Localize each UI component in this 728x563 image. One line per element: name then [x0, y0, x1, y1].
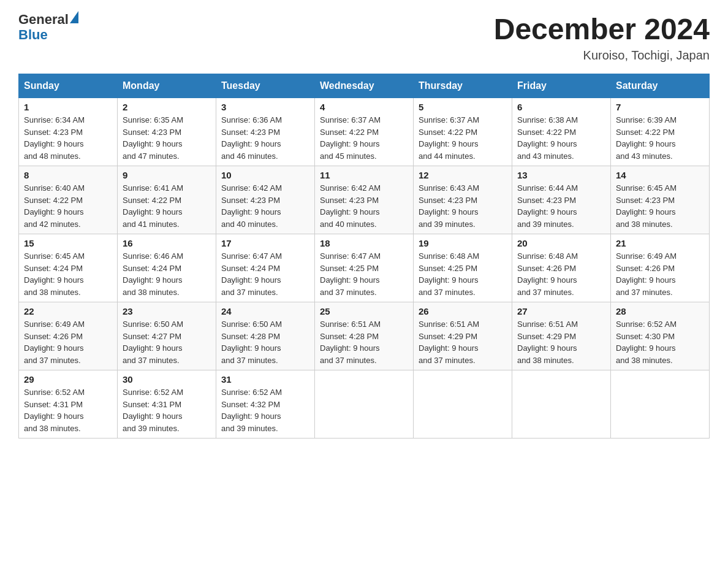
day-info: Sunrise: 6:41 AMSunset: 4:22 PMDaylight:…	[123, 182, 211, 230]
col-thursday: Thursday	[414, 74, 512, 98]
day-info: Sunrise: 6:36 AMSunset: 4:23 PMDaylight:…	[221, 114, 309, 162]
calendar-cell: 23Sunrise: 6:50 AMSunset: 4:27 PMDayligh…	[118, 302, 216, 370]
day-info: Sunrise: 6:52 AMSunset: 4:32 PMDaylight:…	[221, 386, 309, 434]
day-number: 19	[419, 238, 507, 248]
calendar-cell: 30Sunrise: 6:52 AMSunset: 4:31 PMDayligh…	[118, 370, 216, 439]
day-info: Sunrise: 6:51 AMSunset: 4:29 PMDaylight:…	[419, 318, 507, 366]
day-number: 24	[221, 306, 309, 316]
day-number: 1	[24, 102, 112, 112]
day-info: Sunrise: 6:51 AMSunset: 4:29 PMDaylight:…	[517, 318, 605, 366]
calendar-cell: 24Sunrise: 6:50 AMSunset: 4:28 PMDayligh…	[216, 302, 315, 370]
day-info: Sunrise: 6:52 AMSunset: 4:30 PMDaylight:…	[616, 318, 704, 366]
main-title: December 2024	[494, 12, 710, 46]
day-number: 4	[320, 102, 408, 112]
day-info: Sunrise: 6:44 AMSunset: 4:23 PMDaylight:…	[517, 182, 605, 230]
calendar-cell	[414, 370, 512, 439]
day-info: Sunrise: 6:38 AMSunset: 4:22 PMDaylight:…	[517, 114, 605, 162]
day-info: Sunrise: 6:52 AMSunset: 4:31 PMDaylight:…	[123, 386, 211, 434]
day-number: 3	[221, 102, 309, 112]
header-row: Sunday Monday Tuesday Wednesday Thursday…	[19, 74, 710, 98]
day-number: 11	[320, 170, 408, 180]
calendar-cell: 28Sunrise: 6:52 AMSunset: 4:30 PMDayligh…	[611, 302, 710, 370]
calendar-cell: 13Sunrise: 6:44 AMSunset: 4:23 PMDayligh…	[512, 166, 611, 234]
col-friday: Friday	[512, 74, 611, 98]
calendar-cell: 19Sunrise: 6:48 AMSunset: 4:25 PMDayligh…	[414, 234, 512, 302]
day-number: 31	[221, 374, 309, 385]
day-number: 13	[517, 170, 605, 180]
day-number: 10	[221, 170, 309, 180]
day-number: 17	[221, 238, 309, 248]
day-number: 2	[123, 102, 211, 112]
day-info: Sunrise: 6:45 AMSunset: 4:23 PMDaylight:…	[616, 182, 704, 230]
day-number: 28	[616, 306, 704, 316]
calendar-cell: 11Sunrise: 6:42 AMSunset: 4:23 PMDayligh…	[315, 166, 414, 234]
calendar-week-1: 1Sunrise: 6:34 AMSunset: 4:23 PMDaylight…	[19, 98, 710, 166]
day-number: 5	[419, 102, 507, 112]
calendar-cell: 21Sunrise: 6:49 AMSunset: 4:26 PMDayligh…	[611, 234, 710, 302]
calendar-cell	[315, 370, 414, 439]
day-number: 22	[24, 306, 112, 316]
title-block: December 2024 Kuroiso, Tochigi, Japan	[494, 12, 710, 63]
day-info: Sunrise: 6:46 AMSunset: 4:24 PMDaylight:…	[123, 250, 211, 298]
calendar-cell: 29Sunrise: 6:52 AMSunset: 4:31 PMDayligh…	[19, 370, 118, 439]
calendar-body: 1Sunrise: 6:34 AMSunset: 4:23 PMDaylight…	[19, 98, 710, 439]
page-header: General Blue December 2024 Kuroiso, Toch…	[18, 12, 710, 63]
calendar-cell: 3Sunrise: 6:36 AMSunset: 4:23 PMDaylight…	[216, 98, 315, 166]
day-number: 12	[419, 170, 507, 180]
calendar-cell: 4Sunrise: 6:37 AMSunset: 4:22 PMDaylight…	[315, 98, 414, 166]
calendar-cell: 27Sunrise: 6:51 AMSunset: 4:29 PMDayligh…	[512, 302, 611, 370]
day-info: Sunrise: 6:34 AMSunset: 4:23 PMDaylight:…	[24, 114, 112, 162]
calendar-cell: 22Sunrise: 6:49 AMSunset: 4:26 PMDayligh…	[19, 302, 118, 370]
day-number: 29	[24, 374, 112, 385]
calendar-cell: 9Sunrise: 6:41 AMSunset: 4:22 PMDaylight…	[118, 166, 216, 234]
day-info: Sunrise: 6:42 AMSunset: 4:23 PMDaylight:…	[221, 182, 309, 230]
day-number: 27	[517, 306, 605, 316]
day-number: 14	[616, 170, 704, 180]
day-info: Sunrise: 6:52 AMSunset: 4:31 PMDaylight:…	[24, 386, 112, 434]
day-info: Sunrise: 6:43 AMSunset: 4:23 PMDaylight:…	[419, 182, 507, 230]
day-number: 26	[419, 306, 507, 316]
calendar-cell	[512, 370, 611, 439]
col-tuesday: Tuesday	[216, 74, 315, 98]
day-info: Sunrise: 6:51 AMSunset: 4:28 PMDaylight:…	[320, 318, 408, 366]
day-info: Sunrise: 6:48 AMSunset: 4:25 PMDaylight:…	[419, 250, 507, 298]
day-info: Sunrise: 6:42 AMSunset: 4:23 PMDaylight:…	[320, 182, 408, 230]
logo-text-general: General	[18, 12, 69, 27]
day-info: Sunrise: 6:39 AMSunset: 4:22 PMDaylight:…	[616, 114, 704, 162]
calendar-week-5: 29Sunrise: 6:52 AMSunset: 4:31 PMDayligh…	[19, 370, 710, 439]
calendar-cell: 2Sunrise: 6:35 AMSunset: 4:23 PMDaylight…	[118, 98, 216, 166]
day-number: 15	[24, 238, 112, 248]
calendar-cell: 25Sunrise: 6:51 AMSunset: 4:28 PMDayligh…	[315, 302, 414, 370]
col-monday: Monday	[118, 74, 216, 98]
day-info: Sunrise: 6:45 AMSunset: 4:24 PMDaylight:…	[24, 250, 112, 298]
day-number: 25	[320, 306, 408, 316]
day-info: Sunrise: 6:49 AMSunset: 4:26 PMDaylight:…	[24, 318, 112, 366]
calendar-week-2: 8Sunrise: 6:40 AMSunset: 4:22 PMDaylight…	[19, 166, 710, 234]
calendar-cell: 20Sunrise: 6:48 AMSunset: 4:26 PMDayligh…	[512, 234, 611, 302]
calendar-cell: 16Sunrise: 6:46 AMSunset: 4:24 PMDayligh…	[118, 234, 216, 302]
day-info: Sunrise: 6:40 AMSunset: 4:22 PMDaylight:…	[24, 182, 112, 230]
day-info: Sunrise: 6:37 AMSunset: 4:22 PMDaylight:…	[419, 114, 507, 162]
calendar-cell: 12Sunrise: 6:43 AMSunset: 4:23 PMDayligh…	[414, 166, 512, 234]
calendar-cell: 8Sunrise: 6:40 AMSunset: 4:22 PMDaylight…	[19, 166, 118, 234]
day-info: Sunrise: 6:48 AMSunset: 4:26 PMDaylight:…	[517, 250, 605, 298]
calendar-cell: 14Sunrise: 6:45 AMSunset: 4:23 PMDayligh…	[611, 166, 710, 234]
logo: General Blue	[18, 12, 78, 43]
calendar-cell: 18Sunrise: 6:47 AMSunset: 4:25 PMDayligh…	[315, 234, 414, 302]
day-number: 20	[517, 238, 605, 248]
calendar-cell: 5Sunrise: 6:37 AMSunset: 4:22 PMDaylight…	[414, 98, 512, 166]
col-saturday: Saturday	[611, 74, 710, 98]
calendar-table: Sunday Monday Tuesday Wednesday Thursday…	[18, 74, 710, 439]
day-info: Sunrise: 6:47 AMSunset: 4:25 PMDaylight:…	[320, 250, 408, 298]
day-info: Sunrise: 6:37 AMSunset: 4:22 PMDaylight:…	[320, 114, 408, 162]
calendar-cell: 26Sunrise: 6:51 AMSunset: 4:29 PMDayligh…	[414, 302, 512, 370]
calendar-week-3: 15Sunrise: 6:45 AMSunset: 4:24 PMDayligh…	[19, 234, 710, 302]
logo-triangle-icon	[70, 11, 78, 23]
calendar-header: Sunday Monday Tuesday Wednesday Thursday…	[19, 74, 710, 98]
calendar-cell: 7Sunrise: 6:39 AMSunset: 4:22 PMDaylight…	[611, 98, 710, 166]
day-info: Sunrise: 6:50 AMSunset: 4:28 PMDaylight:…	[221, 318, 309, 366]
day-number: 6	[517, 102, 605, 112]
day-number: 23	[123, 306, 211, 316]
day-number: 30	[123, 374, 211, 385]
calendar-cell: 31Sunrise: 6:52 AMSunset: 4:32 PMDayligh…	[216, 370, 315, 439]
